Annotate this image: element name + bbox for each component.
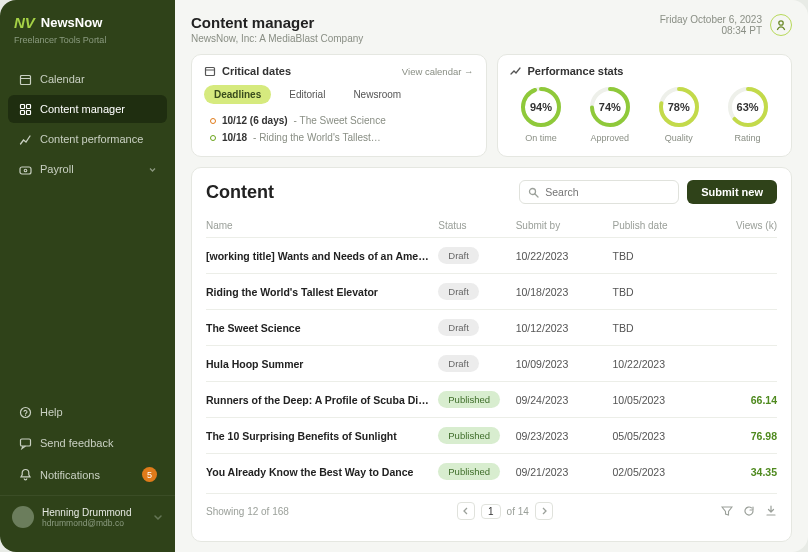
notification-badge: 5 — [142, 467, 157, 482]
page-subtitle: NewsNow, Inc: A MediaBlast Company — [191, 33, 363, 44]
sidebar-item-label: Content performance — [40, 133, 143, 145]
content-heading: Content — [206, 182, 274, 203]
search-icon — [528, 187, 539, 198]
calendar-icon — [18, 72, 32, 86]
sidebar-item-payroll[interactable]: Payroll — [8, 155, 167, 183]
col-publish: Publish date — [612, 220, 709, 231]
critical-tabs: DeadlinesEditorialNewsroom — [204, 85, 474, 104]
sidebar-item-notifications[interactable]: Notifications5 — [8, 460, 167, 489]
sidebar-item-help[interactable]: Help — [8, 398, 167, 426]
progress-ring: 78% — [657, 85, 701, 129]
stat-quality: 78%Quality — [657, 85, 701, 143]
grid-icon — [18, 102, 32, 116]
table-row[interactable]: You Already Know the Best Way to DancePu… — [206, 453, 777, 489]
status-dot-icon — [210, 118, 216, 124]
col-status: Status — [438, 220, 515, 231]
tab-deadlines[interactable]: Deadlines — [204, 85, 271, 104]
row-status: Published — [438, 391, 515, 408]
page-of: of 14 — [507, 506, 529, 517]
feedback-icon — [18, 436, 32, 450]
row-submit-date: 09/24/2023 — [516, 394, 613, 406]
sidebar-item-label: Payroll — [40, 163, 74, 175]
status-badge: Draft — [438, 355, 479, 372]
sidebar-item-label: Calendar — [40, 73, 85, 85]
critical-dates-card: Critical dates View calendar → Deadlines… — [191, 54, 487, 157]
table-footer: Showing 12 of 168 1 of 14 — [206, 493, 777, 522]
download-icon[interactable] — [765, 505, 777, 517]
sidebar-item-content-performance[interactable]: Content performance — [8, 125, 167, 153]
row-status: Draft — [438, 283, 515, 300]
brand-logo-icon: NV — [14, 14, 35, 31]
table-row[interactable]: Hula Hoop SummerDraft10/09/202310/22/202… — [206, 345, 777, 381]
refresh-icon[interactable] — [743, 505, 755, 517]
row-status: Published — [438, 427, 515, 444]
svg-point-6 — [20, 407, 30, 417]
chart-icon — [18, 132, 32, 146]
chevron-down-icon — [148, 165, 157, 174]
sidebar-item-label: Notifications — [40, 469, 100, 481]
brand-subtitle: Freelancer Tools Portal — [0, 35, 175, 65]
search-box[interactable] — [519, 180, 679, 204]
profile-button[interactable] — [770, 14, 792, 36]
status-badge: Draft — [438, 247, 479, 264]
sidebar-item-calendar[interactable]: Calendar — [8, 65, 167, 93]
row-status: Draft — [438, 319, 515, 336]
stat-on-time: 94%On time — [519, 85, 563, 143]
page-title: Content manager — [191, 14, 363, 31]
sidebar-item-label: Help — [40, 406, 63, 418]
critical-date-item[interactable]: 10/18 - Riding the World's Tallest… — [204, 129, 474, 146]
status-dot-icon — [210, 135, 216, 141]
brand: NV NewsNow — [0, 14, 175, 35]
critical-date-title: - The Sweet Science — [294, 115, 386, 126]
row-status: Draft — [438, 247, 515, 264]
filter-icon[interactable] — [721, 505, 733, 517]
view-calendar-link[interactable]: View calendar → — [402, 66, 474, 77]
row-publish-date: 05/05/2023 — [612, 430, 709, 442]
current-time: 08:34 PT — [660, 25, 762, 36]
col-submit: Submit by — [516, 220, 613, 231]
table-row[interactable]: The Sweet ScienceDraft10/12/2023TBD — [206, 309, 777, 345]
stats-row: 94%On time74%Approved78%Quality63%Rating — [510, 85, 780, 143]
svg-rect-1 — [20, 104, 24, 108]
row-views: 76.98 — [709, 430, 777, 442]
table-row[interactable]: Riding the World's Tallest ElevatorDraft… — [206, 273, 777, 309]
main-content: Content manager NewsNow, Inc: A MediaBla… — [175, 0, 808, 552]
table-row[interactable]: The 10 Surprising Benefits of SunlightPu… — [206, 417, 777, 453]
sidebar-item-content-manager[interactable]: Content manager — [8, 95, 167, 123]
sidebar-item-send-feedback[interactable]: Send feedback — [8, 429, 167, 457]
trend-icon — [510, 65, 522, 77]
critical-date-item[interactable]: 10/12 (6 days) - The Sweet Science — [204, 112, 474, 129]
row-name: You Already Know the Best Way to Dance — [206, 466, 438, 478]
calendar-icon — [204, 65, 216, 77]
table-row[interactable]: Runners of the Deep: A Profile of Scuba … — [206, 381, 777, 417]
content-panel: Content Submit new Name Status Submit by — [191, 167, 792, 542]
row-name: The Sweet Science — [206, 322, 438, 334]
progress-ring: 63% — [726, 85, 770, 129]
row-status: Published — [438, 463, 515, 480]
stat-label: Quality — [665, 133, 693, 143]
showing-text: Showing 12 of 168 — [206, 506, 289, 517]
row-submit-date: 10/12/2023 — [516, 322, 613, 334]
table-row[interactable]: [working title] Wants and Needs of an Am… — [206, 237, 777, 273]
stat-label: Approved — [591, 133, 630, 143]
page-next-button[interactable] — [535, 502, 553, 520]
user-email: hdrummond@mdb.co — [42, 518, 132, 528]
chevron-down-icon — [153, 512, 163, 522]
col-name: Name — [206, 220, 438, 231]
bell-icon — [18, 468, 32, 482]
row-views: 66.14 — [709, 394, 777, 406]
submit-new-button[interactable]: Submit new — [687, 180, 777, 204]
tab-editorial[interactable]: Editorial — [279, 85, 335, 104]
row-name: The 10 Surprising Benefits of Sunlight — [206, 430, 438, 442]
search-input[interactable] — [545, 186, 670, 198]
user-menu[interactable]: Henning Drummond hdrummond@mdb.co — [0, 495, 175, 538]
tab-newsroom[interactable]: Newsroom — [343, 85, 411, 104]
stat-value: 74% — [588, 85, 632, 129]
row-name: [working title] Wants and Needs of an Am… — [206, 250, 438, 262]
svg-rect-4 — [26, 110, 30, 114]
page-prev-button[interactable] — [457, 502, 475, 520]
col-views: Views (k) — [709, 220, 777, 231]
svg-rect-8 — [20, 439, 30, 446]
svg-rect-3 — [20, 110, 24, 114]
stat-label: On time — [525, 133, 557, 143]
